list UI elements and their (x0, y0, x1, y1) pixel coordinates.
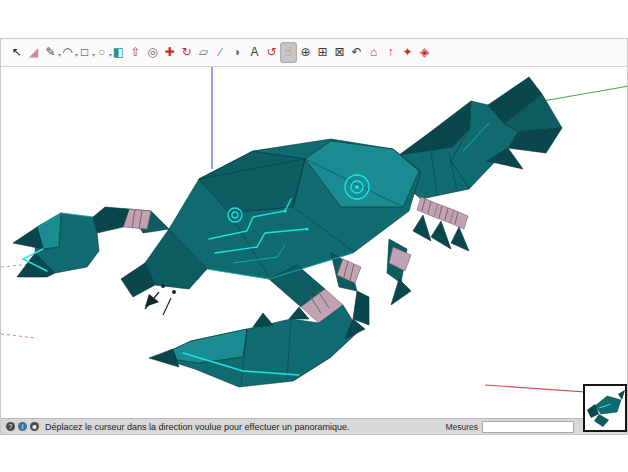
tool-icon: ✚ (161, 42, 178, 63)
tool-icon: ⊠ (331, 42, 348, 63)
axis-red-negative (1, 334, 35, 338)
tape-measure-tool[interactable]: ∕ (212, 42, 229, 63)
select-tool[interactable]: ↖ (8, 42, 25, 63)
zoom-tool[interactable]: ⊕ (297, 42, 314, 63)
tool-icon: □ (76, 42, 93, 63)
tool-icon: ○ (93, 42, 110, 63)
measurements-input[interactable] (482, 421, 574, 433)
tool-icon: ✦ (399, 42, 416, 63)
push-pull-tool[interactable]: ⇧ (127, 42, 144, 63)
status-icons: ? i ☻ (6, 422, 39, 431)
tool-icon: ↶ (348, 42, 365, 63)
tool-icon: ⊕ (297, 42, 314, 63)
tool-icon: A (246, 42, 263, 63)
protractor-tool[interactable]: ◗ (229, 42, 246, 63)
model-thumbnail (583, 384, 627, 432)
sketchup-window: ↖ ◢ ✎ ◠ □ ○ ◧ (0, 38, 628, 435)
pencil-tool[interactable]: ✎ (42, 42, 59, 63)
tool-icon: ↻ (178, 42, 195, 63)
zoom-extents-tool[interactable]: ⊠ (331, 42, 348, 63)
text-tool[interactable]: A (246, 42, 263, 63)
orbit-tool[interactable]: ↺ (263, 42, 280, 63)
tool-icon: ∕ (212, 42, 229, 63)
tool-icon: ◠ (59, 42, 76, 63)
tool-icon: ◎ (144, 42, 161, 63)
lobster-model[interactable] (13, 77, 562, 387)
circle-tool[interactable]: ○ (93, 42, 110, 63)
thumbnail-scene (585, 386, 625, 430)
eraser-tool[interactable]: ◢ (25, 42, 42, 63)
tool-icon: ◧ (110, 42, 127, 63)
tool-icon: ↖ (8, 42, 25, 63)
tool-icon: ⊞ (314, 42, 331, 63)
rotate-tool[interactable]: ↻ (178, 42, 195, 63)
tool-icon: ◈ (416, 42, 433, 63)
status-message: Déplacez le curseur dans la direction vo… (45, 422, 350, 432)
pan-tool[interactable]: ☝ (280, 42, 297, 63)
tool-icon: ▱ (195, 42, 212, 63)
toolbar: ↖ ◢ ✎ ◠ □ ○ ◧ (1, 39, 627, 67)
scale-tool[interactable]: ▱ (195, 42, 212, 63)
rectangle-tool[interactable]: □ (76, 42, 93, 63)
model-info-tool[interactable]: ◈ (416, 42, 433, 63)
extension-warehouse-tool[interactable]: ✦ (399, 42, 416, 63)
help-icon[interactable]: ? (6, 422, 15, 431)
arc-tool[interactable]: ◠ (59, 42, 76, 63)
info-icon[interactable]: i (18, 422, 27, 431)
share-model-tool[interactable]: ↑ (382, 42, 399, 63)
user-icon[interactable]: ☻ (30, 422, 39, 431)
tool-icon: ⇧ (127, 42, 144, 63)
tool-icon: ◗ (229, 42, 246, 63)
tool-icon: ☝ (280, 42, 297, 63)
tool-icon: ↺ (263, 42, 280, 63)
tool-icon: ◢ (25, 42, 42, 63)
get-models-tool[interactable]: ⌂ (365, 42, 382, 63)
viewport-3d[interactable] (1, 67, 627, 418)
status-bar: ? i ☻ Déplacez le curseur dans la direct… (1, 418, 627, 434)
model-scene (1, 67, 628, 418)
axis-green (537, 86, 628, 102)
offset-tool[interactable]: ◎ (144, 42, 161, 63)
move-tool[interactable]: ✚ (161, 42, 178, 63)
measurements-box: Mesures (445, 421, 574, 433)
tool-icon: ⌂ (365, 42, 382, 63)
previous-view-tool[interactable]: ↶ (348, 42, 365, 63)
tool-icon: ↑ (382, 42, 399, 63)
tool-icon: ✎ (42, 42, 59, 63)
paint-bucket-tool[interactable]: ◧ (110, 42, 127, 63)
measurements-label: Mesures (445, 422, 478, 432)
zoom-window-tool[interactable]: ⊞ (314, 42, 331, 63)
